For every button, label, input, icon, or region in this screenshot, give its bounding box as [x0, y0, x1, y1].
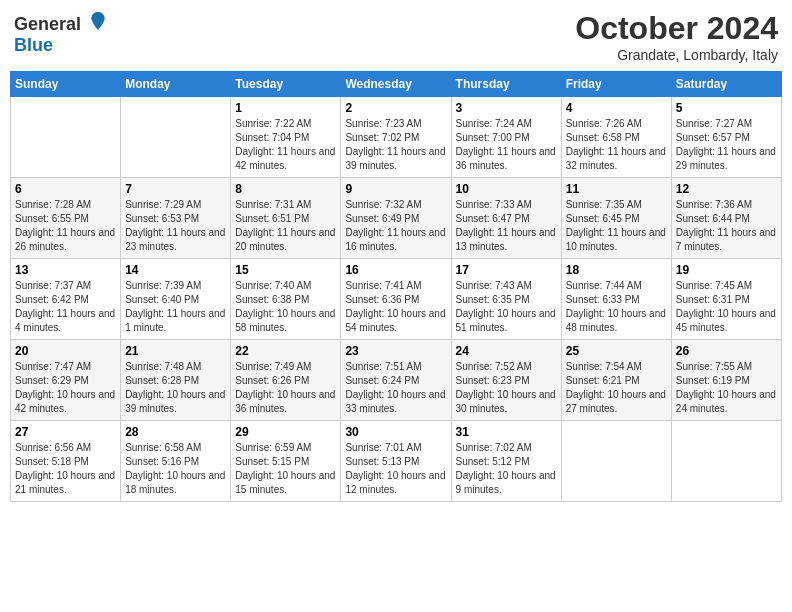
day-info: Sunrise: 7:36 AMSunset: 6:44 PMDaylight:…	[676, 198, 777, 254]
calendar-cell: 19 Sunrise: 7:45 AMSunset: 6:31 PMDaylig…	[671, 259, 781, 340]
day-number: 6	[15, 182, 116, 196]
calendar-cell: 10 Sunrise: 7:33 AMSunset: 6:47 PMDaylig…	[451, 178, 561, 259]
calendar-cell: 21 Sunrise: 7:48 AMSunset: 6:28 PMDaylig…	[121, 340, 231, 421]
day-info: Sunrise: 7:41 AMSunset: 6:36 PMDaylight:…	[345, 279, 446, 335]
day-info: Sunrise: 7:28 AMSunset: 6:55 PMDaylight:…	[15, 198, 116, 254]
day-info: Sunrise: 7:24 AMSunset: 7:00 PMDaylight:…	[456, 117, 557, 173]
calendar-week-row: 1 Sunrise: 7:22 AMSunset: 7:04 PMDayligh…	[11, 97, 782, 178]
day-number: 23	[345, 344, 446, 358]
calendar-cell: 1 Sunrise: 7:22 AMSunset: 7:04 PMDayligh…	[231, 97, 341, 178]
calendar-table: SundayMondayTuesdayWednesdayThursdayFrid…	[10, 71, 782, 502]
day-number: 22	[235, 344, 336, 358]
day-number: 5	[676, 101, 777, 115]
day-number: 16	[345, 263, 446, 277]
day-number: 19	[676, 263, 777, 277]
day-info: Sunrise: 7:55 AMSunset: 6:19 PMDaylight:…	[676, 360, 777, 416]
weekday-header-friday: Friday	[561, 72, 671, 97]
calendar-cell: 4 Sunrise: 7:26 AMSunset: 6:58 PMDayligh…	[561, 97, 671, 178]
calendar-cell: 29 Sunrise: 6:59 AMSunset: 5:15 PMDaylig…	[231, 421, 341, 502]
day-info: Sunrise: 7:37 AMSunset: 6:42 PMDaylight:…	[15, 279, 116, 335]
logo-icon	[88, 10, 108, 30]
calendar-cell: 6 Sunrise: 7:28 AMSunset: 6:55 PMDayligh…	[11, 178, 121, 259]
day-number: 18	[566, 263, 667, 277]
weekday-header-wednesday: Wednesday	[341, 72, 451, 97]
calendar-week-row: 27 Sunrise: 6:56 AMSunset: 5:18 PMDaylig…	[11, 421, 782, 502]
calendar-header-row: SundayMondayTuesdayWednesdayThursdayFrid…	[11, 72, 782, 97]
calendar-cell	[561, 421, 671, 502]
day-info: Sunrise: 7:35 AMSunset: 6:45 PMDaylight:…	[566, 198, 667, 254]
weekday-header-thursday: Thursday	[451, 72, 561, 97]
day-number: 27	[15, 425, 116, 439]
page-header: General Blue October 2024 Grandate, Lomb…	[10, 10, 782, 63]
day-number: 21	[125, 344, 226, 358]
day-number: 30	[345, 425, 446, 439]
calendar-cell: 7 Sunrise: 7:29 AMSunset: 6:53 PMDayligh…	[121, 178, 231, 259]
calendar-cell: 27 Sunrise: 6:56 AMSunset: 5:18 PMDaylig…	[11, 421, 121, 502]
month-title: October 2024	[575, 10, 778, 47]
day-number: 29	[235, 425, 336, 439]
day-number: 15	[235, 263, 336, 277]
day-number: 28	[125, 425, 226, 439]
calendar-cell	[11, 97, 121, 178]
day-number: 7	[125, 182, 226, 196]
calendar-cell: 18 Sunrise: 7:44 AMSunset: 6:33 PMDaylig…	[561, 259, 671, 340]
day-info: Sunrise: 7:49 AMSunset: 6:26 PMDaylight:…	[235, 360, 336, 416]
logo: General Blue	[14, 10, 108, 56]
day-number: 17	[456, 263, 557, 277]
day-info: Sunrise: 7:29 AMSunset: 6:53 PMDaylight:…	[125, 198, 226, 254]
calendar-cell: 31 Sunrise: 7:02 AMSunset: 5:12 PMDaylig…	[451, 421, 561, 502]
day-info: Sunrise: 7:23 AMSunset: 7:02 PMDaylight:…	[345, 117, 446, 173]
day-info: Sunrise: 7:32 AMSunset: 6:49 PMDaylight:…	[345, 198, 446, 254]
day-info: Sunrise: 7:02 AMSunset: 5:12 PMDaylight:…	[456, 441, 557, 497]
calendar-week-row: 13 Sunrise: 7:37 AMSunset: 6:42 PMDaylig…	[11, 259, 782, 340]
calendar-week-row: 20 Sunrise: 7:47 AMSunset: 6:29 PMDaylig…	[11, 340, 782, 421]
day-number: 1	[235, 101, 336, 115]
day-info: Sunrise: 7:48 AMSunset: 6:28 PMDaylight:…	[125, 360, 226, 416]
day-info: Sunrise: 7:47 AMSunset: 6:29 PMDaylight:…	[15, 360, 116, 416]
calendar-cell	[121, 97, 231, 178]
calendar-cell: 24 Sunrise: 7:52 AMSunset: 6:23 PMDaylig…	[451, 340, 561, 421]
calendar-cell: 11 Sunrise: 7:35 AMSunset: 6:45 PMDaylig…	[561, 178, 671, 259]
day-number: 2	[345, 101, 446, 115]
day-number: 11	[566, 182, 667, 196]
weekday-header-saturday: Saturday	[671, 72, 781, 97]
day-info: Sunrise: 6:56 AMSunset: 5:18 PMDaylight:…	[15, 441, 116, 497]
day-number: 24	[456, 344, 557, 358]
calendar-cell: 5 Sunrise: 7:27 AMSunset: 6:57 PMDayligh…	[671, 97, 781, 178]
calendar-cell: 23 Sunrise: 7:51 AMSunset: 6:24 PMDaylig…	[341, 340, 451, 421]
calendar-cell: 22 Sunrise: 7:49 AMSunset: 6:26 PMDaylig…	[231, 340, 341, 421]
day-info: Sunrise: 7:45 AMSunset: 6:31 PMDaylight:…	[676, 279, 777, 335]
calendar-cell: 20 Sunrise: 7:47 AMSunset: 6:29 PMDaylig…	[11, 340, 121, 421]
calendar-week-row: 6 Sunrise: 7:28 AMSunset: 6:55 PMDayligh…	[11, 178, 782, 259]
day-number: 4	[566, 101, 667, 115]
day-info: Sunrise: 7:31 AMSunset: 6:51 PMDaylight:…	[235, 198, 336, 254]
calendar-cell: 12 Sunrise: 7:36 AMSunset: 6:44 PMDaylig…	[671, 178, 781, 259]
day-number: 20	[15, 344, 116, 358]
calendar-cell: 16 Sunrise: 7:41 AMSunset: 6:36 PMDaylig…	[341, 259, 451, 340]
weekday-header-tuesday: Tuesday	[231, 72, 341, 97]
day-info: Sunrise: 7:54 AMSunset: 6:21 PMDaylight:…	[566, 360, 667, 416]
calendar-cell: 9 Sunrise: 7:32 AMSunset: 6:49 PMDayligh…	[341, 178, 451, 259]
day-info: Sunrise: 7:26 AMSunset: 6:58 PMDaylight:…	[566, 117, 667, 173]
day-info: Sunrise: 7:27 AMSunset: 6:57 PMDaylight:…	[676, 117, 777, 173]
day-info: Sunrise: 6:59 AMSunset: 5:15 PMDaylight:…	[235, 441, 336, 497]
calendar-cell	[671, 421, 781, 502]
day-info: Sunrise: 7:39 AMSunset: 6:40 PMDaylight:…	[125, 279, 226, 335]
day-info: Sunrise: 7:52 AMSunset: 6:23 PMDaylight:…	[456, 360, 557, 416]
day-number: 12	[676, 182, 777, 196]
weekday-header-sunday: Sunday	[11, 72, 121, 97]
title-block: October 2024 Grandate, Lombardy, Italy	[575, 10, 778, 63]
day-info: Sunrise: 6:58 AMSunset: 5:16 PMDaylight:…	[125, 441, 226, 497]
calendar-cell: 17 Sunrise: 7:43 AMSunset: 6:35 PMDaylig…	[451, 259, 561, 340]
calendar-cell: 3 Sunrise: 7:24 AMSunset: 7:00 PMDayligh…	[451, 97, 561, 178]
calendar-cell: 25 Sunrise: 7:54 AMSunset: 6:21 PMDaylig…	[561, 340, 671, 421]
calendar-cell: 14 Sunrise: 7:39 AMSunset: 6:40 PMDaylig…	[121, 259, 231, 340]
calendar-cell: 2 Sunrise: 7:23 AMSunset: 7:02 PMDayligh…	[341, 97, 451, 178]
day-info: Sunrise: 7:44 AMSunset: 6:33 PMDaylight:…	[566, 279, 667, 335]
day-number: 13	[15, 263, 116, 277]
day-number: 25	[566, 344, 667, 358]
day-info: Sunrise: 7:22 AMSunset: 7:04 PMDaylight:…	[235, 117, 336, 173]
day-info: Sunrise: 7:51 AMSunset: 6:24 PMDaylight:…	[345, 360, 446, 416]
day-number: 10	[456, 182, 557, 196]
logo-general: General	[14, 14, 81, 34]
